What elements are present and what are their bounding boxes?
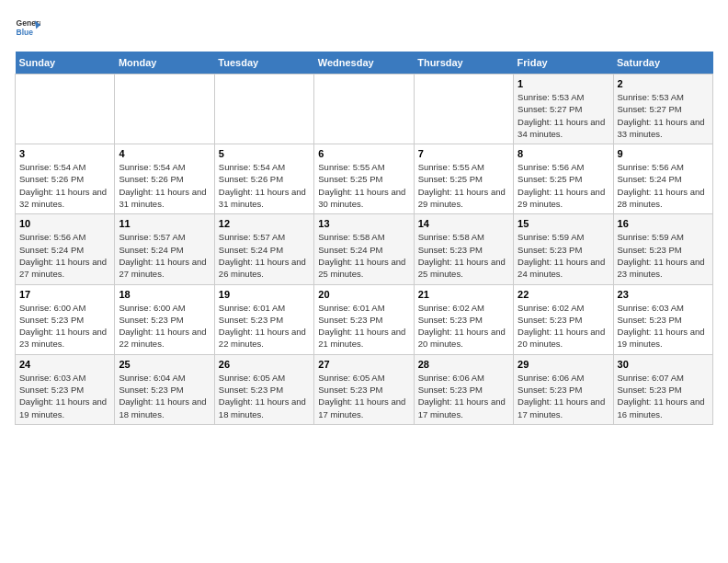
calendar-cell: 1Sunrise: 5:53 AM Sunset: 5:27 PM Daylig…	[514, 75, 613, 144]
day-info: Sunrise: 6:05 AM Sunset: 5:23 PM Dayligh…	[219, 372, 310, 420]
calendar-cell: 10Sunrise: 5:56 AM Sunset: 5:24 PM Dayli…	[16, 214, 115, 284]
logo-icon: General Blue	[15, 15, 40, 40]
day-info: Sunrise: 5:55 AM Sunset: 5:25 PM Dayligh…	[418, 161, 509, 210]
day-info: Sunrise: 5:59 AM Sunset: 5:23 PM Dayligh…	[618, 231, 709, 280]
day-info: Sunrise: 6:03 AM Sunset: 5:23 PM Dayligh…	[618, 302, 709, 350]
svg-text:Blue: Blue	[17, 28, 34, 37]
day-info: Sunrise: 5:56 AM Sunset: 5:24 PM Dayligh…	[19, 231, 110, 280]
day-number: 15	[518, 218, 609, 229]
calendar-cell: 19Sunrise: 6:01 AM Sunset: 5:23 PM Dayli…	[214, 284, 313, 354]
day-number: 30	[618, 359, 709, 370]
calendar-cell: 16Sunrise: 5:59 AM Sunset: 5:23 PM Dayli…	[613, 214, 712, 284]
calendar-cell: 18Sunrise: 6:00 AM Sunset: 5:23 PM Dayli…	[115, 284, 214, 354]
calendar-cell	[414, 75, 513, 144]
day-number: 19	[219, 289, 310, 300]
calendar-cell	[115, 75, 214, 144]
day-number: 10	[19, 218, 110, 229]
logo: General Blue	[15, 15, 40, 40]
day-number: 14	[418, 218, 509, 229]
day-number: 11	[119, 218, 210, 229]
day-info: Sunrise: 6:01 AM Sunset: 5:23 PM Dayligh…	[318, 302, 409, 350]
calendar-cell: 5Sunrise: 5:54 AM Sunset: 5:26 PM Daylig…	[214, 144, 313, 214]
day-info: Sunrise: 6:03 AM Sunset: 5:23 PM Dayligh…	[19, 372, 110, 420]
calendar-cell: 28Sunrise: 6:06 AM Sunset: 5:23 PM Dayli…	[414, 354, 513, 424]
calendar-table: SundayMondayTuesdayWednesdayThursdayFrid…	[15, 52, 713, 425]
day-number: 13	[318, 218, 409, 229]
day-info: Sunrise: 5:55 AM Sunset: 5:25 PM Dayligh…	[318, 161, 409, 210]
day-number: 17	[19, 289, 110, 300]
weekday-header: Tuesday	[214, 52, 313, 75]
day-info: Sunrise: 6:06 AM Sunset: 5:23 PM Dayligh…	[418, 372, 509, 420]
calendar-cell: 3Sunrise: 5:54 AM Sunset: 5:26 PM Daylig…	[16, 144, 115, 214]
day-number: 1	[518, 78, 609, 89]
calendar-cell: 23Sunrise: 6:03 AM Sunset: 5:23 PM Dayli…	[613, 284, 712, 354]
calendar-cell: 20Sunrise: 6:01 AM Sunset: 5:23 PM Dayli…	[314, 284, 414, 354]
day-number: 12	[219, 218, 310, 229]
calendar-cell: 13Sunrise: 5:58 AM Sunset: 5:24 PM Dayli…	[314, 214, 414, 284]
calendar-cell: 7Sunrise: 5:55 AM Sunset: 5:25 PM Daylig…	[414, 144, 513, 214]
calendar-cell	[314, 75, 414, 144]
weekday-header: Sunday	[16, 52, 115, 75]
day-info: Sunrise: 5:54 AM Sunset: 5:26 PM Dayligh…	[19, 161, 110, 210]
day-number: 16	[618, 218, 709, 229]
day-number: 26	[219, 359, 310, 370]
day-info: Sunrise: 6:04 AM Sunset: 5:23 PM Dayligh…	[119, 372, 210, 420]
day-info: Sunrise: 5:56 AM Sunset: 5:25 PM Dayligh…	[518, 161, 609, 210]
day-info: Sunrise: 5:53 AM Sunset: 5:27 PM Dayligh…	[518, 91, 609, 140]
day-number: 3	[19, 148, 110, 159]
day-number: 23	[618, 289, 709, 300]
day-number: 6	[318, 148, 409, 159]
calendar-cell: 2Sunrise: 5:53 AM Sunset: 5:27 PM Daylig…	[613, 75, 712, 144]
day-info: Sunrise: 6:00 AM Sunset: 5:23 PM Dayligh…	[19, 302, 110, 350]
day-info: Sunrise: 6:05 AM Sunset: 5:23 PM Dayligh…	[318, 372, 409, 420]
day-number: 22	[518, 289, 609, 300]
weekday-header: Monday	[115, 52, 214, 75]
calendar-cell: 8Sunrise: 5:56 AM Sunset: 5:25 PM Daylig…	[514, 144, 613, 214]
day-number: 27	[318, 359, 409, 370]
day-number: 7	[418, 148, 509, 159]
calendar-cell: 24Sunrise: 6:03 AM Sunset: 5:23 PM Dayli…	[16, 354, 115, 424]
day-number: 25	[119, 359, 210, 370]
day-number: 24	[19, 359, 110, 370]
calendar-cell: 25Sunrise: 6:04 AM Sunset: 5:23 PM Dayli…	[115, 354, 214, 424]
calendar-cell	[214, 75, 313, 144]
day-number: 8	[518, 148, 609, 159]
day-number: 2	[618, 78, 709, 89]
calendar-cell: 22Sunrise: 6:02 AM Sunset: 5:23 PM Dayli…	[514, 284, 613, 354]
day-info: Sunrise: 6:02 AM Sunset: 5:23 PM Dayligh…	[518, 302, 609, 350]
day-info: Sunrise: 5:53 AM Sunset: 5:27 PM Dayligh…	[618, 91, 709, 140]
day-info: Sunrise: 6:06 AM Sunset: 5:23 PM Dayligh…	[518, 372, 609, 420]
day-info: Sunrise: 6:02 AM Sunset: 5:23 PM Dayligh…	[418, 302, 509, 350]
calendar-cell: 27Sunrise: 6:05 AM Sunset: 5:23 PM Dayli…	[314, 354, 414, 424]
day-number: 5	[219, 148, 310, 159]
calendar-cell: 6Sunrise: 5:55 AM Sunset: 5:25 PM Daylig…	[314, 144, 414, 214]
calendar-cell: 29Sunrise: 6:06 AM Sunset: 5:23 PM Dayli…	[514, 354, 613, 424]
day-info: Sunrise: 6:00 AM Sunset: 5:23 PM Dayligh…	[119, 302, 210, 350]
calendar-cell: 21Sunrise: 6:02 AM Sunset: 5:23 PM Dayli…	[414, 284, 513, 354]
weekday-header: Wednesday	[314, 52, 414, 75]
calendar-cell: 26Sunrise: 6:05 AM Sunset: 5:23 PM Dayli…	[214, 354, 313, 424]
day-info: Sunrise: 6:07 AM Sunset: 5:23 PM Dayligh…	[618, 372, 709, 420]
weekday-header: Friday	[514, 52, 613, 75]
calendar-cell: 17Sunrise: 6:00 AM Sunset: 5:23 PM Dayli…	[16, 284, 115, 354]
day-number: 29	[518, 359, 609, 370]
weekday-header: Saturday	[613, 52, 712, 75]
day-info: Sunrise: 5:58 AM Sunset: 5:23 PM Dayligh…	[418, 231, 509, 280]
day-info: Sunrise: 5:54 AM Sunset: 5:26 PM Dayligh…	[219, 161, 310, 210]
page-header: General Blue	[15, 15, 713, 40]
calendar-cell: 15Sunrise: 5:59 AM Sunset: 5:23 PM Dayli…	[514, 214, 613, 284]
day-info: Sunrise: 5:54 AM Sunset: 5:26 PM Dayligh…	[119, 161, 210, 210]
day-number: 28	[418, 359, 509, 370]
calendar-cell: 11Sunrise: 5:57 AM Sunset: 5:24 PM Dayli…	[115, 214, 214, 284]
day-number: 18	[119, 289, 210, 300]
day-number: 9	[618, 148, 709, 159]
day-info: Sunrise: 5:57 AM Sunset: 5:24 PM Dayligh…	[119, 231, 210, 280]
calendar-cell: 12Sunrise: 5:57 AM Sunset: 5:24 PM Dayli…	[214, 214, 313, 284]
calendar-cell: 9Sunrise: 5:56 AM Sunset: 5:24 PM Daylig…	[613, 144, 712, 214]
weekday-header: Thursday	[414, 52, 513, 75]
day-number: 4	[119, 148, 210, 159]
calendar-cell: 30Sunrise: 6:07 AM Sunset: 5:23 PM Dayli…	[613, 354, 712, 424]
calendar-cell: 4Sunrise: 5:54 AM Sunset: 5:26 PM Daylig…	[115, 144, 214, 214]
day-info: Sunrise: 5:57 AM Sunset: 5:24 PM Dayligh…	[219, 231, 310, 280]
day-info: Sunrise: 5:58 AM Sunset: 5:24 PM Dayligh…	[318, 231, 409, 280]
